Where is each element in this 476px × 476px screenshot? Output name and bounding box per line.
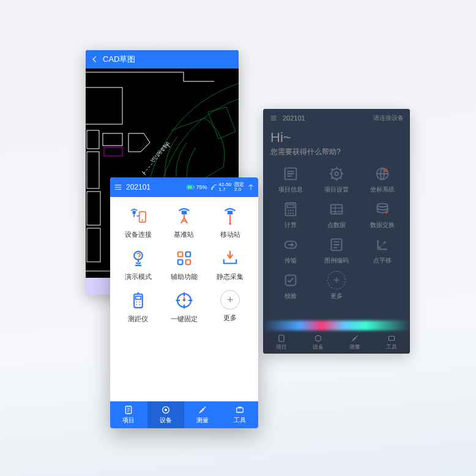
svg-rect-42 <box>186 252 191 257</box>
svg-rect-26 <box>87 228 100 262</box>
svg-rect-46 <box>135 296 141 299</box>
svg-point-55 <box>165 409 167 411</box>
svg-rect-27 <box>103 133 122 146</box>
svg-rect-23 <box>87 130 99 149</box>
svg-rect-56 <box>236 408 243 412</box>
fix-status: 固定2.0 <box>234 182 244 192</box>
cad-title: CAD草图 <box>103 54 135 65</box>
item-point-shift[interactable]: 点平移 <box>359 236 405 265</box>
svg-rect-13 <box>331 205 343 214</box>
transfer-icon <box>281 236 300 254</box>
svg-point-47 <box>136 301 137 302</box>
rover-icon <box>220 206 240 226</box>
svg-point-12 <box>292 212 294 214</box>
item-device-connect[interactable]: 设备连接 <box>115 206 161 239</box>
connect-prompt: 请连接设备 <box>373 114 404 122</box>
svg-text:1#1+150 控制点: 1#1+150 控制点 <box>149 141 170 163</box>
nav-device[interactable]: 设备 <box>147 401 185 428</box>
svg-rect-44 <box>186 260 191 265</box>
verify-icon <box>281 271 300 289</box>
battery-icon <box>187 184 195 190</box>
more-icon: + <box>327 271 346 289</box>
item-more[interactable]: + 更多 <box>314 271 360 300</box>
base-station-icon <box>174 206 195 226</box>
assistant-project: 202101 <box>283 114 305 122</box>
item-rangefinder[interactable]: 测距仪 <box>115 290 161 324</box>
item-rover[interactable]: 移动站 <box>207 206 253 239</box>
svg-point-2 <box>335 172 338 176</box>
svg-point-7 <box>288 210 289 211</box>
svg-point-33 <box>211 189 212 190</box>
project-icon <box>124 405 133 415</box>
menu-icon[interactable] <box>114 183 122 192</box>
item-aux[interactable]: 辅助功能 <box>161 248 207 281</box>
item-onekey-fix[interactable]: 一键固定 <box>161 290 207 324</box>
item-point-data[interactable]: 点数据 <box>314 200 360 229</box>
menu-icon[interactable] <box>269 114 278 122</box>
device-connect-icon <box>128 206 149 226</box>
data-exchange-icon <box>373 200 392 218</box>
item-verify[interactable]: 校验 <box>268 271 314 300</box>
item-calc[interactable]: 计算 <box>268 200 314 229</box>
nav-measure[interactable]: 测量 <box>349 334 360 351</box>
svg-point-50 <box>139 304 140 305</box>
assistant-screen: 202101 请连接设备 Hi~ 您需要获得什么帮助? 项目信息 项目设置 坐标… <box>263 109 410 354</box>
svg-rect-28 <box>104 147 122 156</box>
nav-tools[interactable]: 工具 <box>221 401 259 428</box>
svg-point-9 <box>292 210 294 211</box>
assistant-topbar: 202101 请连接设备 <box>263 109 410 127</box>
tools-icon <box>235 405 245 415</box>
item-legend-code[interactable]: 图例编码 <box>314 236 360 265</box>
item-base-station[interactable]: 基准站 <box>161 206 207 239</box>
measure-icon <box>198 405 207 415</box>
coord-system-icon <box>373 165 392 183</box>
svg-point-21 <box>315 335 321 341</box>
item-transfer[interactable]: 传输 <box>268 236 314 265</box>
aux-icon <box>174 248 195 269</box>
calc-icon <box>281 200 300 218</box>
item-coord-system[interactable]: 坐标系统 <box>359 165 405 194</box>
svg-rect-31 <box>193 187 194 188</box>
nav-tools[interactable]: 工具 <box>386 334 397 351</box>
svg-rect-34 <box>132 211 135 214</box>
point-data-icon <box>327 200 346 218</box>
project-info-icon <box>281 165 300 183</box>
item-data-exchange[interactable]: 数据交换 <box>359 200 405 229</box>
item-project-settings[interactable]: 项目设置 <box>314 165 360 194</box>
svg-rect-20 <box>279 335 284 342</box>
svg-point-14 <box>377 204 387 207</box>
battery-status: 75% <box>187 184 207 190</box>
device-grid: 设备连接 基准站 移动站 演示模式 辅助功能 静态采集 测距仪 一键固定 <box>110 197 258 332</box>
more-icon: + <box>220 290 240 310</box>
assistant-grid: 项目信息 项目设置 坐标系统 计算 点数据 数据交换 传输 <box>263 165 410 300</box>
device-project: 202101 <box>126 183 183 192</box>
device-tab-icon <box>161 405 171 415</box>
svg-rect-41 <box>178 252 183 257</box>
nav-project[interactable]: 项目 <box>276 334 287 351</box>
item-static[interactable]: 静态采集 <box>207 248 253 281</box>
greeting: Hi~ <box>263 127 410 147</box>
project-settings-icon <box>327 165 346 183</box>
svg-rect-22 <box>389 337 394 341</box>
svg-rect-32 <box>187 186 192 188</box>
svg-point-4 <box>384 169 387 173</box>
svg-rect-43 <box>178 260 183 265</box>
satellite-status: 42-501.7 <box>210 182 231 192</box>
svg-point-11 <box>290 212 291 214</box>
onekey-fix-icon <box>174 290 195 311</box>
cad-header: CAD草图 <box>86 50 239 69</box>
item-more[interactable]: + 更多 <box>207 290 253 324</box>
svg-point-8 <box>290 210 291 211</box>
antenna-icon <box>247 184 255 191</box>
item-project-info[interactable]: 项目信息 <box>268 165 314 194</box>
device-screen: 202101 75% 42-501.7 固定2.0 设备连接 基准站 <box>110 177 258 428</box>
svg-point-48 <box>139 301 140 302</box>
nav-measure[interactable]: 测量 <box>184 401 221 428</box>
svg-point-10 <box>288 212 289 214</box>
nav-project[interactable]: 项目 <box>110 401 147 428</box>
nav-device[interactable]: 设备 <box>313 334 324 351</box>
item-demo-mode[interactable]: 演示模式 <box>115 248 161 281</box>
svg-point-36 <box>141 220 143 221</box>
back-icon[interactable] <box>91 55 99 64</box>
svg-point-40 <box>138 258 139 259</box>
